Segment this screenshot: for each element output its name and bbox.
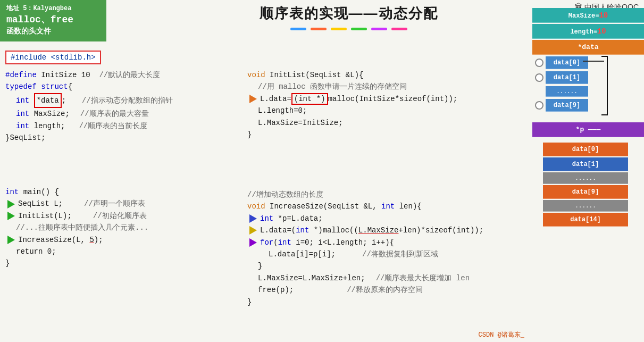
maxsize-var: MaxSize; <box>34 108 70 120</box>
mem-maxsize-label: MaxSize≡10 <box>568 11 608 20</box>
ldata-assign: L.data=(int *)malloc(InitSize*sizeof(int… <box>260 93 457 105</box>
define-initsize: InitSize 10 <box>41 69 90 81</box>
int-length-line: int length;//顺序表的当前长度 <box>5 120 245 132</box>
mem-old-array: data[0] data[1] ...... data[9] <box>535 56 588 112</box>
mem-data-label: *data <box>578 43 598 51</box>
include-box: #include <stdlib.h> <box>5 51 101 64</box>
int-main-keyword: int <box>5 186 19 198</box>
malloc-comment: //用 malloc 函数申请一片连续的存储空间 <box>258 81 407 93</box>
free-comment: //释放原来的内存空间 <box>294 284 423 296</box>
lmaxsize-ref: L.MaxSize <box>358 226 399 235</box>
seqlist-decl: SeqList L; <box>18 198 63 210</box>
increase-block: //增加动态数组的长度 void IncreaseSize(SeqList &L… <box>247 189 524 308</box>
lmaxsize-update-comment: //顺序表最大长度增加 len <box>365 272 470 284</box>
lmaxsize-assign: L.MaxSize=InitSize; <box>258 117 343 129</box>
void-keyword-2: void <box>247 201 265 212</box>
mem-dots1: ...... <box>546 86 588 97</box>
cast-box: (int *) <box>291 93 328 105</box>
increase-comment: //增加动态数组的长度 <box>247 189 323 201</box>
for-line: for(int i=0; i<L.length; i++){ <box>247 237 524 248</box>
close-brace-increase: } <box>247 296 252 308</box>
malloc-comment-line: //用 malloc 函数申请一片连续的存储空间 <box>247 81 524 93</box>
free-call: free(p); <box>258 284 294 296</box>
mem-p-label: *p ——— <box>576 126 601 134</box>
copy-comment: //将数据复制到新区域 <box>336 248 438 260</box>
arrow-green-3 <box>7 236 15 244</box>
p-assign: int *p=L.data; <box>260 213 323 224</box>
return-stmt: return 0; <box>16 246 56 257</box>
initlist-name: InitList(SeqList &L){ <box>270 69 363 81</box>
ldata-malloc-line: L.data=(int *)malloc(InitSize*sizeof(int… <box>247 93 524 105</box>
arrow-orange-1 <box>249 95 257 103</box>
typedef-keyword: typedef <box>5 81 37 93</box>
initlist-call: InitList(L); <box>18 210 72 222</box>
initlist-close: } <box>247 129 524 140</box>
dot-4 <box>351 28 367 30</box>
increase-decl-line: void IncreaseSize(SeqList &L, int len){ <box>247 201 524 212</box>
initlist-comment: //初始化顺序表 <box>72 210 147 222</box>
mem-new-array: data[0] data[1] ...... data[9] ...... da… <box>543 143 628 227</box>
increase-close: } <box>247 296 524 308</box>
mem-new-data14: data[14] <box>543 213 628 227</box>
csdn-text: CSDN @诸葛东_ <box>479 331 524 339</box>
right-code-bottom: //增加动态数组的长度 void IncreaseSize(SeqList &L… <box>247 189 524 308</box>
main-line: int main() { <box>5 186 250 198</box>
copy-stmt: L.data[i]=p[i]; <box>269 248 336 260</box>
mem-dots-row1: ...... <box>535 86 588 97</box>
return-line: return 0; <box>5 246 250 257</box>
dot-2 <box>311 28 327 30</box>
lmaxsize-update-line: L.MaxSize=L.MaxSize+len; //顺序表最大长度增加 len <box>247 272 524 284</box>
circle-1 <box>535 73 543 82</box>
csdn-footer: CSDN @诸葛东_ <box>479 330 524 339</box>
dot-3 <box>331 28 347 30</box>
define-keyword: #define <box>5 69 37 81</box>
increase-func-name: IncreaseSize(SeqList &L, int len){ <box>270 201 422 212</box>
insert-comment: //...往顺序表中随便插入几个元素... <box>16 222 148 233</box>
mem-data9-row: data[9] <box>535 98 588 112</box>
free-line: free(p); //释放原来的内存空间 <box>247 284 524 296</box>
mem-data0: data[0] <box>546 56 588 69</box>
dot-1 <box>290 28 306 30</box>
star-data: *data <box>34 93 62 108</box>
page-title: 顺序表的实现——动态分配 <box>160 4 538 23</box>
left-code-bottom: int main() { SeqList L; //声明一个顺序表 InitLi… <box>5 186 250 270</box>
new-malloc-line: L.data=(int *)malloc((L.MaxSize+len)*siz… <box>247 224 524 236</box>
main-block: int main() { SeqList L; //声明一个顺序表 InitLi… <box>5 186 250 270</box>
right-code-top: void InitList(SeqList &L){ //用 malloc 函数… <box>247 69 524 140</box>
define-line: #define InitSize 10 //默认的最大长度 <box>5 69 245 81</box>
int-maxsize-line: int MaxSize;//顺序表的最大容量 <box>5 108 245 120</box>
arrow-data-to-old <box>583 61 604 62</box>
int-keyword2: int <box>16 108 29 120</box>
mem-p-section: *p ——— <box>532 122 644 137</box>
for-close: } <box>258 260 262 272</box>
main-func: main() { <box>23 186 59 198</box>
mem-length-label: length≡10 <box>570 27 606 36</box>
banner-line1: malloc、free <box>6 13 100 27</box>
increase-line: IncreaseSize(L, 5); <box>5 234 250 246</box>
main-close: } <box>5 257 250 269</box>
arrow-purple-1 <box>249 238 257 247</box>
dot-5 <box>371 28 387 30</box>
mem-data1: data[1] <box>546 71 588 84</box>
lmaxsize-update: L.MaxSize=L.MaxSize+len; <box>258 272 365 284</box>
mem-p-ptr: *p ——— <box>532 122 644 137</box>
mem-new-dots1: ...... <box>543 172 628 184</box>
mem-new-dots2: ...... <box>543 200 628 212</box>
int-keyword3: int <box>16 120 29 132</box>
end-struct: }SeqList; <box>5 132 46 144</box>
define-comment: //默认的最大长度 <box>99 69 160 81</box>
void-keyword-1: void <box>247 69 265 81</box>
mem-data0-row: data[0] <box>535 56 588 70</box>
llength-line: L.length=0; <box>247 105 524 116</box>
initlist-block: void InitList(SeqList &L){ //用 malloc 函数… <box>247 69 524 140</box>
mem-new-data0: data[0] <box>543 143 628 156</box>
initlist-decl-line: void InitList(SeqList &L){ <box>247 69 524 81</box>
mem-top-section: MaxSize≡10 length≡10 *data <box>532 8 644 55</box>
left-code-top: #define InitSize 10 //默认的最大长度 typedef st… <box>5 69 245 144</box>
dots-decoration <box>160 28 538 30</box>
mem-length: length≡10 <box>532 24 644 39</box>
seqlist-line: SeqList L; //声明一个顺序表 <box>5 198 250 210</box>
circle-0 <box>535 59 543 67</box>
mem-data1-row: data[1] <box>535 71 588 85</box>
arrow-green-2 <box>7 212 15 220</box>
